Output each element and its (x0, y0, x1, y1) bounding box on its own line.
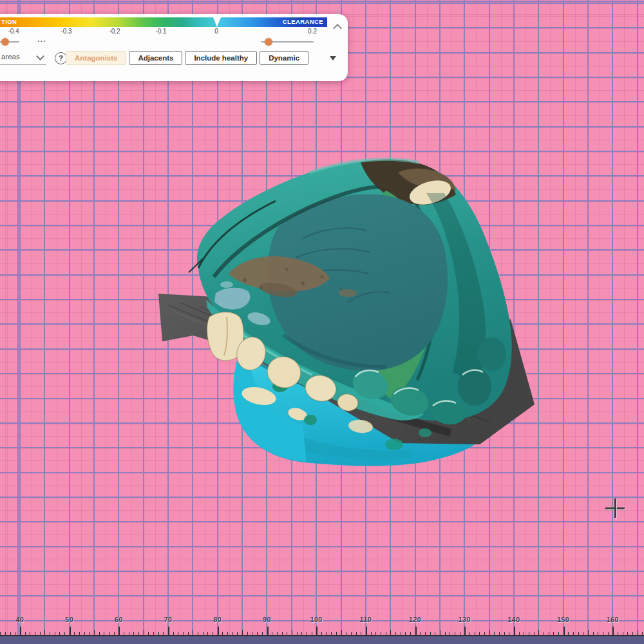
ruler-tick (227, 632, 228, 635)
ruler-tick (222, 632, 223, 635)
ruler-tick (445, 632, 446, 635)
ruler-tick (124, 632, 124, 635)
ruler-tick (524, 632, 524, 635)
ruler-tick (307, 632, 307, 635)
gradient-tick-label: -0.4 (8, 28, 19, 35)
zero-notch-marker (213, 17, 221, 27)
ruler-tick (395, 632, 396, 635)
ruler-tick (632, 632, 633, 635)
ruler-tick (297, 632, 298, 635)
caret-down-icon[interactable] (330, 56, 336, 61)
ruler-number: 120 (409, 616, 421, 623)
ruler-tick (158, 632, 159, 635)
ruler-tick (89, 632, 90, 635)
ruler-tick (638, 630, 638, 635)
ruler-tick (440, 630, 440, 635)
slider-options-dots[interactable]: ... (37, 34, 46, 44)
ruler-tick (144, 630, 144, 635)
ruler-tick (84, 632, 85, 635)
ruler-number: 100 (310, 616, 323, 623)
ruler-tick (430, 632, 431, 635)
antagonists-button[interactable]: Antagonists (66, 51, 126, 65)
ruler-tick (603, 632, 603, 635)
ruler-tick (356, 632, 357, 635)
ruler-tick (420, 632, 421, 635)
ruler-number: 150 (557, 616, 569, 623)
ruler-tick (64, 632, 65, 635)
ruler-tick (366, 627, 367, 635)
ruler-number: 40 (16, 616, 24, 623)
ruler-tick (0, 632, 1, 635)
ruler-tick (133, 632, 134, 635)
ruler-tick (213, 632, 213, 635)
ruler-tick (410, 632, 411, 635)
ruler-tick (435, 632, 435, 635)
ruler-tick (573, 632, 574, 635)
include-healthy-button[interactable]: Include healthy (185, 51, 257, 65)
ruler-number: 130 (459, 616, 471, 623)
ruler-tick (450, 632, 450, 635)
ruler-tick (534, 632, 535, 635)
ruler-tick (564, 627, 565, 635)
ruler-tick (558, 632, 559, 635)
ruler-tick (401, 632, 401, 635)
ruler-tick (148, 632, 149, 635)
ruler-tick (168, 627, 169, 635)
dental-scan-model[interactable] (0, 0, 644, 644)
ruler-tick (509, 632, 509, 635)
ruler-tick (74, 632, 75, 635)
ruler-tick (232, 632, 233, 635)
gradient-tick-label: -0.3 (61, 28, 71, 35)
slider-handle[interactable] (1, 38, 9, 46)
clearance-range-slider[interactable] (261, 38, 314, 46)
ruler-tick (104, 632, 104, 635)
ruler-tick (405, 632, 406, 635)
ruler-tick (218, 627, 219, 635)
ruler-tick (59, 632, 60, 635)
ruler-tick (390, 630, 391, 635)
ruler-tick (272, 632, 272, 635)
ruler-tick (336, 632, 337, 635)
ruler-tick (70, 627, 71, 635)
ruler-tick (544, 632, 544, 635)
ruler-tick (183, 632, 184, 635)
ruler-tick (301, 632, 302, 635)
ruler-tick (198, 632, 198, 635)
ruler-tick (138, 632, 139, 635)
ruler-tick (623, 632, 623, 635)
adjacents-button[interactable]: Adjacents (129, 51, 182, 65)
ruler-tick (331, 632, 332, 635)
ruler-tick (20, 627, 21, 635)
ruler-tick (99, 632, 100, 635)
ruler-tick (188, 632, 189, 635)
penetration-range-slider[interactable] (0, 38, 19, 46)
ruler-tick (346, 632, 346, 635)
chevron-up-icon[interactable] (333, 24, 342, 33)
ruler-number: 160 (607, 616, 619, 623)
ruler-tick (415, 627, 417, 635)
ruler-number: 50 (65, 616, 73, 623)
ruler-tick (79, 632, 80, 635)
ruler-tick (257, 632, 258, 635)
dynamic-button[interactable]: Dynamic (260, 51, 308, 65)
ruler-tick (282, 632, 283, 635)
ruler-tick (627, 632, 628, 635)
ruler-tick (361, 632, 361, 635)
ruler-tick (5, 632, 6, 635)
gradient-tick-label: 0.2 (308, 28, 317, 35)
ruler-tick (25, 632, 26, 635)
ruler-tick (618, 632, 618, 635)
slider-handle[interactable] (265, 38, 272, 46)
ruler-tick (464, 627, 466, 635)
gradient-tick-label: -0.2 (109, 28, 120, 35)
ruler-tick (262, 632, 263, 635)
gradient-tick-label: -0.1 (155, 28, 166, 35)
ruler-tick (287, 632, 287, 635)
mode-button-row: AntagonistsAdjacentsInclude healthyDynam… (66, 51, 308, 65)
ruler-tick (519, 632, 520, 635)
ruler-tick (588, 630, 589, 635)
ruler-tick (163, 632, 164, 635)
gradient-scale-ticks: -0.4-0.3-0.2-0.100.2 (0, 28, 327, 36)
ruler-tick (242, 630, 243, 635)
areas-dropdown[interactable]: areas (0, 51, 46, 65)
